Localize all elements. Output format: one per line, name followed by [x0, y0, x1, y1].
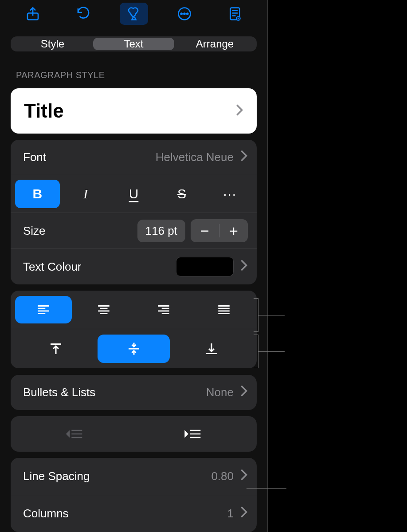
document-view-icon[interactable]	[221, 3, 249, 25]
columns-label: Columns	[20, 507, 69, 520]
line-spacing-label: Line Spacing	[20, 469, 90, 483]
spacing-card: Line Spacing 0.80 Columns 1	[11, 458, 257, 532]
align-left-button[interactable]	[15, 296, 72, 323]
size-label: Size	[20, 224, 132, 238]
chevron-right-icon	[240, 506, 248, 521]
paragraph-style-label: PARAGRAPH STYLE	[16, 70, 251, 80]
tab-style[interactable]: Style	[12, 38, 93, 50]
valign-middle-button[interactable]	[98, 335, 170, 363]
outdent-button[interactable]	[15, 422, 134, 446]
format-tabs: Style Text Arrange	[11, 36, 257, 51]
align-justify-button[interactable]	[196, 296, 252, 323]
bullets-card: Bullets & Lists None	[11, 375, 257, 410]
chevron-right-icon	[240, 259, 248, 275]
more-text-options-button[interactable]: ···	[207, 180, 252, 208]
chevron-right-icon	[240, 469, 248, 484]
alignment-card	[11, 291, 257, 368]
columns-value: 1	[227, 507, 234, 520]
text-colour-label: Text Colour	[20, 260, 82, 274]
chevron-right-icon	[235, 104, 243, 118]
valign-top-button[interactable]	[20, 335, 92, 363]
bullets-row[interactable]: Bullets & Lists None	[11, 375, 257, 410]
font-value: Helvetica Neue	[156, 150, 234, 164]
chevron-right-icon	[240, 385, 248, 400]
font-style-row: B I U S ···	[11, 175, 257, 213]
text-colour-swatch	[176, 257, 234, 276]
font-row[interactable]: Font Helvetica Neue	[11, 140, 257, 175]
callout-line-valign	[258, 351, 285, 352]
line-spacing-value: 0.80	[211, 469, 234, 483]
font-card: Font Helvetica Neue B I U S ··· Size 116…	[11, 140, 257, 284]
bold-button[interactable]: B	[15, 180, 60, 208]
paragraph-style-picker[interactable]: Title	[11, 88, 257, 134]
horizontal-align-row	[11, 291, 257, 329]
text-colour-row[interactable]: Text Colour	[11, 249, 257, 284]
size-value[interactable]: 116 pt	[137, 220, 185, 242]
callout-line-spacing	[247, 488, 286, 489]
chevron-right-icon	[240, 150, 248, 165]
size-increase-button[interactable]: +	[219, 219, 248, 242]
paragraph-style-name: Title	[24, 100, 64, 122]
svg-point-4	[187, 13, 188, 15]
vertical-align-row	[11, 329, 257, 368]
line-spacing-row[interactable]: Line Spacing 0.80	[11, 458, 257, 495]
underline-button[interactable]: U	[111, 180, 156, 208]
undo-icon[interactable]	[69, 3, 98, 25]
font-label: Font	[20, 150, 46, 164]
share-icon[interactable]	[19, 3, 47, 25]
align-center-button[interactable]	[75, 296, 132, 323]
svg-point-2	[180, 13, 182, 15]
bullets-value: None	[206, 386, 234, 399]
indent-card	[11, 416, 257, 452]
tab-text[interactable]: Text	[93, 38, 174, 50]
bullets-label: Bullets & Lists	[20, 386, 95, 399]
italic-button[interactable]: I	[63, 180, 108, 208]
indent-button[interactable]	[134, 422, 253, 446]
align-right-button[interactable]	[136, 296, 192, 323]
size-stepper: − +	[191, 219, 248, 242]
strikethrough-button[interactable]: S	[160, 180, 204, 208]
svg-point-3	[184, 13, 185, 15]
toolbar	[0, 0, 267, 25]
format-brush-icon[interactable]	[120, 3, 148, 25]
columns-row[interactable]: Columns 1	[11, 495, 257, 532]
size-decrease-button[interactable]: −	[191, 219, 219, 242]
format-panel: Style Text Arrange PARAGRAPH STYLE Title…	[0, 0, 268, 532]
callout-line-halign	[258, 315, 285, 315]
more-icon[interactable]	[170, 3, 199, 25]
valign-bottom-button[interactable]	[175, 335, 248, 363]
size-row: Size 116 pt − +	[11, 213, 257, 249]
tab-arrange[interactable]: Arrange	[174, 38, 255, 50]
svg-point-6	[236, 16, 241, 21]
